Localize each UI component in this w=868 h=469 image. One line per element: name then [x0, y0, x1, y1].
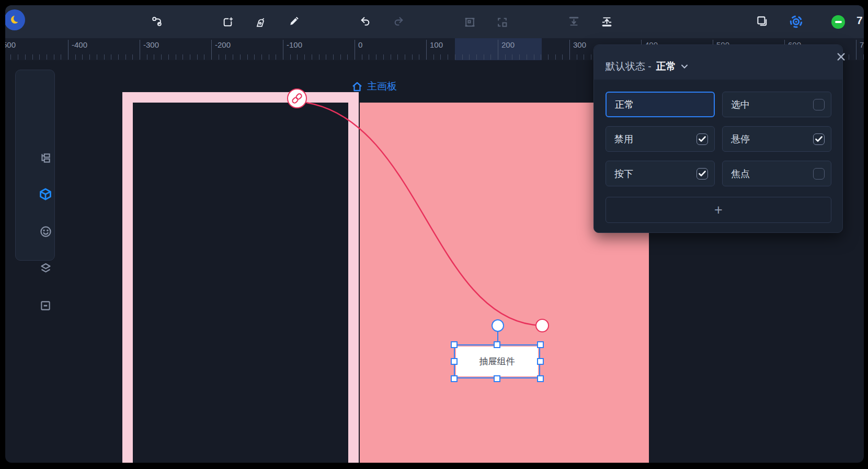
- focus-target-icon[interactable]: [786, 12, 805, 31]
- state-label: 按下: [614, 168, 633, 180]
- interaction-link-handle[interactable]: [287, 88, 307, 108]
- chevron-down-icon: [681, 64, 688, 69]
- detach-instance-icon[interactable]: [493, 13, 511, 31]
- sidebar-item-emoji[interactable]: [36, 222, 55, 241]
- state-label: 正常: [615, 98, 634, 111]
- ruler-label: 700: [860, 40, 864, 49]
- artboard-title[interactable]: 主画板: [351, 80, 397, 93]
- states-title-current: 正常: [656, 60, 676, 73]
- toolbar: 7: [5, 5, 864, 38]
- duplicate-layers-icon[interactable]: [752, 12, 771, 30]
- home-icon: [351, 81, 363, 92]
- new-frame-tool-icon[interactable]: [218, 13, 237, 31]
- state-checkbox[interactable]: [813, 168, 825, 180]
- states-title-prefix: 默认状态 -: [606, 60, 652, 73]
- ruler-label: 100: [430, 40, 443, 49]
- edit-instance-icon[interactable]: [460, 13, 479, 31]
- state-label: 焦点: [731, 168, 750, 180]
- resize-handle-e[interactable]: [537, 358, 544, 365]
- ruler-label: 300: [573, 40, 586, 49]
- sidebar-item-layers[interactable]: [36, 259, 55, 277]
- resize-handle-s[interactable]: [494, 375, 500, 382]
- artboard-title-label: 主画板: [367, 80, 397, 93]
- connector-tool-icon[interactable]: [147, 12, 166, 31]
- ruler-label: 200: [501, 40, 515, 49]
- ruler-label: -200: [215, 40, 231, 49]
- resize-handle-ne[interactable]: [537, 341, 544, 348]
- redo-icon[interactable]: [389, 12, 408, 30]
- curve-endpoint-handle[interactable]: [535, 319, 549, 332]
- app-logo-icon[interactable]: [5, 9, 25, 30]
- state-cell-focus[interactable]: 焦点: [722, 161, 831, 186]
- status-minus-icon[interactable]: [831, 15, 845, 29]
- add-state-button[interactable]: +: [606, 197, 831, 223]
- state-checkbox[interactable]: [813, 133, 825, 145]
- component-states-panel: 默认状态 - 正常 正常 选中 禁用 悬停 按下: [593, 44, 843, 233]
- drawer-frame-outline[interactable]: [122, 92, 359, 463]
- sidebar-item-component[interactable]: [36, 185, 55, 204]
- state-cell-hover[interactable]: 悬停: [722, 126, 831, 152]
- ruler-label: -400: [72, 40, 87, 49]
- ruler-selection-highlight: [455, 38, 542, 60]
- zoom-indicator[interactable]: 7: [856, 14, 864, 27]
- state-label: 选中: [731, 98, 750, 111]
- state-cell-normal[interactable]: 正常: [606, 92, 715, 117]
- state-checkbox[interactable]: [696, 133, 708, 145]
- resize-handle-nw[interactable]: [451, 341, 458, 348]
- ruler-label: 0: [358, 40, 362, 49]
- state-cell-disabled[interactable]: 禁用: [606, 126, 715, 152]
- rotation-handle[interactable]: [492, 319, 504, 332]
- undo-icon[interactable]: [356, 12, 374, 30]
- resize-handle-w[interactable]: [451, 358, 458, 365]
- link-icon: [289, 91, 305, 106]
- distribute-down-icon[interactable]: [564, 12, 583, 30]
- state-label: 悬停: [731, 133, 750, 146]
- state-cell-selected[interactable]: 选中: [722, 92, 831, 117]
- tool-sidebar: [15, 70, 55, 261]
- pen-tool-icon[interactable]: [251, 13, 270, 31]
- resize-handle-sw[interactable]: [451, 375, 458, 382]
- state-checkbox[interactable]: [813, 99, 825, 110]
- state-label: 禁用: [614, 133, 633, 146]
- ruler-label: -500: [5, 40, 16, 49]
- state-checkbox[interactable]: [696, 168, 708, 180]
- sidebar-item-structure[interactable]: [36, 149, 55, 168]
- app-window: 7 -500-400-300-200-100010020030040050060…: [5, 5, 864, 463]
- distribute-up-icon[interactable]: [597, 12, 616, 31]
- resize-handle-n[interactable]: [494, 341, 500, 348]
- drawer-component[interactable]: 抽屉组件: [456, 347, 538, 376]
- ruler-label: -300: [143, 40, 159, 49]
- states-panel-title[interactable]: 默认状态 - 正常: [606, 60, 688, 73]
- ruler-label: -100: [287, 40, 302, 49]
- state-cell-pressed[interactable]: 按下: [606, 161, 715, 186]
- selection-box[interactable]: 抽屉组件: [454, 344, 540, 378]
- sidebar-item-frame[interactable]: [36, 296, 55, 315]
- resize-handle-se[interactable]: [537, 375, 544, 382]
- pencil-tool-icon[interactable]: [285, 12, 304, 30]
- close-icon[interactable]: [834, 50, 848, 63]
